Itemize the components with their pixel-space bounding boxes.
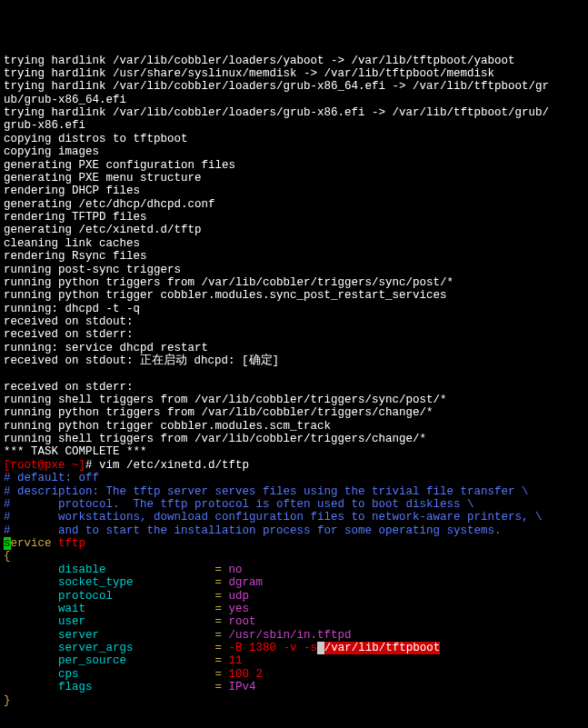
server-args-highlight: /var/lib/tftpboot (324, 642, 441, 654)
stdout-line: trying hardlink /var/lib/cobbler/loaders… (4, 106, 584, 119)
config-row: protocol = udp (4, 590, 584, 603)
config-val: yes (229, 603, 250, 615)
stdout-line: trying hardlink /usr/share/syslinux/memd… (4, 67, 584, 80)
stdout-line: trying hardlink /var/lib/cobbler/loaders… (4, 80, 584, 93)
config-val: 100 2 (229, 668, 264, 681)
config-key: protocol (58, 590, 215, 603)
config-row: socket_type = dgram (4, 576, 584, 589)
service-name: tftp (58, 537, 85, 550)
config-eq: = (215, 642, 223, 654)
config-row: per_source = 11 (4, 654, 584, 667)
stdout-line: running python trigger cobbler.modules.s… (4, 420, 584, 433)
vim-comment: # and to start the installation process … (4, 524, 584, 537)
stdout-line: rendering DHCP files (4, 184, 584, 197)
stdout-line: trying hardlink /var/lib/cobbler/loaders… (4, 55, 584, 67)
config-eq: = (215, 615, 223, 628)
stdout-line: copying distros to tftpboot (4, 133, 584, 145)
config-row: user = root (4, 615, 584, 628)
config-key: cps (58, 668, 215, 681)
stdout-line: rendering TFTPD files (4, 211, 584, 224)
config-val: root (229, 615, 256, 628)
config-eq: = (215, 603, 223, 615)
config-eq: = (215, 654, 223, 667)
config-row: server = /usr/sbin/in.tftpd (4, 629, 584, 642)
prompt-hash: # (85, 459, 99, 472)
stdout-line: ub/grub-x86_64.efi (4, 94, 584, 106)
config-val: udp (229, 590, 250, 603)
stdout-line: running: service dhcpd restart (4, 342, 584, 354)
stdout-line: received on stderr: (4, 381, 584, 394)
stdout-line: running shell triggers from /var/lib/cob… (4, 433, 584, 445)
config-key: flags (58, 681, 215, 693)
server-args-prefix: -B 1380 -v -s (229, 642, 318, 654)
service-keyword: ervice (11, 537, 52, 550)
config-row: flags = IPv4 (4, 681, 584, 693)
config-val: 11 (229, 654, 243, 667)
config-key: socket_type (58, 576, 215, 589)
vim-comment: # workstations, download configuration f… (4, 511, 584, 524)
config-eq: = (215, 590, 223, 603)
stdout-line: running python triggers from /var/lib/co… (4, 276, 584, 289)
stdout-line: received on stdout: (4, 315, 584, 328)
stdout-line: running python trigger cobbler.modules.s… (4, 289, 584, 302)
config-val: dgram (229, 576, 264, 589)
config-key: disable (58, 563, 215, 576)
brace-open: { (4, 550, 584, 563)
stdout-line: running python triggers from /var/lib/co… (4, 406, 584, 419)
service-line: service tftp (4, 537, 584, 550)
config-eq: = (215, 668, 223, 681)
prompt-command: vim /etc/xinetd.d/tftp (99, 459, 249, 472)
stdout-line: running post-sync triggers (4, 264, 584, 276)
config-row: cps = 100 2 (4, 668, 584, 681)
prompt-user-host: [root@pxe ~] (4, 459, 85, 472)
config-eq: = (215, 681, 223, 693)
config-val: /usr/sbin/in.tftpd (229, 629, 352, 642)
stdout-line: *** TASK COMPLETE *** (4, 445, 584, 458)
vim-comment: # description: The tftp server serves fi… (4, 485, 584, 498)
stdout-line: grub-x86.efi (4, 119, 584, 132)
brace-close: } (4, 694, 584, 707)
config-key: wait (58, 603, 215, 615)
config-val: IPv4 (229, 681, 256, 693)
config-row: wait = yes (4, 603, 584, 615)
config-row: disable = no (4, 563, 584, 576)
stdout-line: rendering Rsync files (4, 250, 584, 263)
vim-comment: # protocol. The tftp protocol is often u… (4, 498, 584, 511)
service-keyword-cursor: s (4, 537, 11, 550)
config-val: no (229, 563, 243, 576)
cursor (317, 642, 324, 654)
stdout-line: generating PXE menu structure (4, 172, 584, 184)
stdout-line: generating /etc/xinetd.d/tftp (4, 224, 584, 236)
vim-comment: # default: off (4, 472, 584, 484)
config-key: user (58, 615, 215, 628)
stdout-line: generating PXE configuration files (4, 159, 584, 172)
config-key: server_args (58, 642, 215, 654)
shell-prompt[interactable]: [root@pxe ~]# vim /etc/xinetd.d/tftp (4, 459, 584, 472)
config-eq: = (215, 563, 223, 576)
terminal-output[interactable]: trying hardlink /var/lib/cobbler/loaders… (4, 55, 584, 707)
config-eq: = (215, 576, 223, 589)
config-key: per_source (58, 654, 215, 667)
stdout-line (4, 368, 584, 381)
stdout-line: generating /etc/dhcp/dhcpd.conf (4, 198, 584, 211)
stdout-line: running shell triggers from /var/lib/cob… (4, 394, 584, 406)
stdout-line: received on stderr: (4, 328, 584, 341)
config-row-server-args: server_args = -B 1380 -v -s /var/lib/tft… (4, 642, 584, 654)
stdout-line: received on stdout: 正在启动 dhcpd: [确定] (4, 354, 584, 367)
stdout-line: running: dhcpd -t -q (4, 303, 584, 315)
config-eq: = (215, 629, 223, 642)
stdout-line: cleaning link caches (4, 237, 584, 250)
stdout-line: copying images (4, 145, 584, 158)
config-key: server (58, 629, 215, 642)
